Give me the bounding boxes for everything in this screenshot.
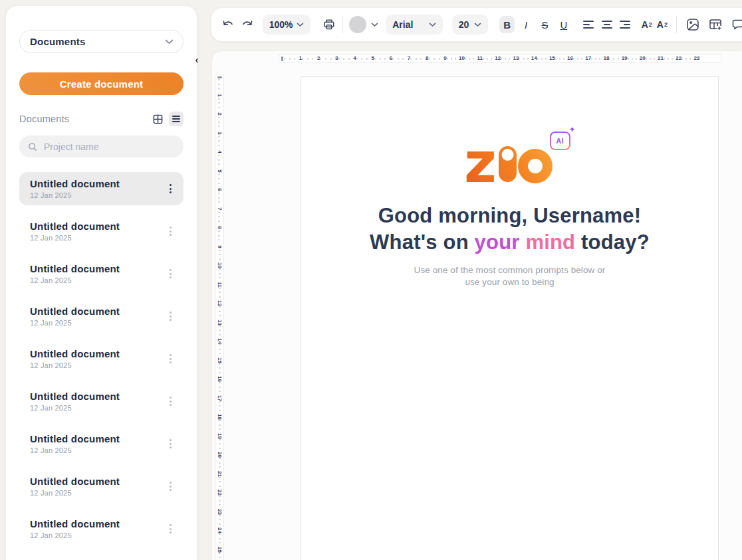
- redo-button[interactable]: [239, 16, 254, 33]
- document-menu-button[interactable]: [164, 520, 177, 537]
- document-date: 12 Jan 2025: [30, 319, 164, 327]
- align-center-icon: [602, 21, 612, 29]
- ruler-unit: 13: [217, 306, 223, 326]
- document-list-item[interactable]: Untitled document12 Jan 2025: [19, 215, 184, 248]
- document-list-item[interactable]: Untitled document12 Jan 2025: [19, 257, 184, 290]
- ruler-unit: 6: [374, 55, 392, 62]
- document-menu-button[interactable]: [164, 180, 177, 197]
- underline-button[interactable]: U: [556, 16, 571, 33]
- ruler-unit: 7: [218, 193, 221, 212]
- document-list-item[interactable]: Untitled document12 Jan 2025: [19, 512, 184, 545]
- undo-icon: [221, 18, 235, 32]
- ruler-unit: 5: [356, 55, 374, 62]
- ruler-number: 17: [217, 395, 223, 401]
- ruler-unit: 25: [217, 533, 223, 553]
- workspace-selector-dropdown[interactable]: Documents: [19, 30, 184, 53]
- ruler-number: 7: [216, 207, 222, 210]
- ruler-unit: 1: [284, 55, 302, 62]
- document-meta: Untitled document12 Jan 2025: [30, 391, 164, 412]
- ruler-number: 16: [217, 376, 223, 382]
- font-size-value: 20: [459, 19, 469, 30]
- grid-view-button[interactable]: [150, 112, 165, 126]
- bold-button[interactable]: B: [499, 16, 515, 33]
- ruler-unit: 2: [302, 55, 320, 62]
- ruler-unit: 17: [217, 382, 223, 401]
- text-color-button[interactable]: [349, 16, 378, 33]
- font-family-value: Arial: [392, 19, 413, 30]
- ruler-number: 23: [217, 509, 223, 515]
- ruler-number: 4: [216, 150, 222, 153]
- italic-button[interactable]: I: [518, 16, 533, 33]
- font-family-select[interactable]: Arial: [386, 15, 443, 35]
- search-input[interactable]: [44, 141, 176, 152]
- insert-table-button[interactable]: [707, 16, 723, 33]
- subscript-button[interactable]: A2: [657, 19, 668, 30]
- document-date: 12 Jan 2025: [30, 446, 164, 454]
- font-size-select[interactable]: 20: [452, 15, 488, 35]
- zoom-select[interactable]: 100%: [263, 15, 310, 35]
- create-document-button[interactable]: Create document: [19, 72, 184, 95]
- ruler-unit: 2: [218, 98, 221, 118]
- ruler-number: 10: [217, 262, 223, 268]
- vertical-ruler[interactable]: 1234567891011121314151617181920212223242…: [215, 74, 224, 560]
- greeting-line2: What's on your mind today?: [301, 229, 718, 256]
- superscript-button[interactable]: A2: [642, 19, 652, 30]
- list-view-button[interactable]: [169, 112, 184, 126]
- ruler-number: 15: [549, 55, 555, 62]
- document-menu-button[interactable]: [164, 478, 177, 495]
- align-center-button[interactable]: [599, 16, 614, 33]
- document-page[interactable]: z AI ✦ Good morning, Username! What's on…: [301, 76, 719, 560]
- ruler-unit: 9: [429, 55, 447, 62]
- ruler-unit: 10: [447, 55, 465, 62]
- sidebar: Documents Create document Documents Unti…: [5, 5, 197, 560]
- document-menu-button[interactable]: [164, 223, 177, 240]
- chevron-down-icon: [474, 23, 481, 27]
- document-list-item[interactable]: Untitled document12 Jan 2025: [19, 342, 184, 375]
- document-date: 12 Jan 2025: [30, 191, 164, 199]
- ruler-unit: 4: [338, 55, 356, 62]
- search-bar[interactable]: [19, 136, 184, 157]
- document-list-item[interactable]: Untitled document12 Jan 2025: [19, 300, 184, 333]
- align-left-button[interactable]: [581, 16, 596, 33]
- highlight-your: your: [475, 231, 526, 254]
- ruler-number: 3: [216, 132, 222, 134]
- document-list-item[interactable]: Untitled document12 Jan 2025: [19, 172, 184, 205]
- undo-button[interactable]: [221, 16, 236, 33]
- ruler-unit: 24: [217, 515, 223, 534]
- ruler-unit: 11: [465, 55, 483, 62]
- sidebar-collapse-button[interactable]: ‹: [191, 53, 202, 66]
- insert-image-button[interactable]: [685, 16, 700, 33]
- document-list-item[interactable]: Untitled document12 Jan 2025: [19, 427, 184, 460]
- document-list-item[interactable]: Untitled document12 Jan 2025: [19, 470, 184, 503]
- document-menu-button[interactable]: [164, 435, 177, 452]
- svg-text:z: z: [466, 141, 497, 185]
- horizontal-ruler[interactable]: 1234567891011121314151617181920212223: [279, 54, 721, 63]
- ruler-number: 5: [216, 169, 222, 172]
- ruler-unit: 17: [573, 55, 591, 62]
- ruler-unit: 15: [217, 344, 223, 363]
- color-swatch-icon: [349, 16, 366, 33]
- ruler-number: 12: [495, 55, 501, 62]
- document-title: Untitled document: [30, 433, 164, 444]
- comment-button[interactable]: [731, 16, 742, 33]
- ruler-unit: 8: [218, 212, 221, 231]
- ruler-number: 18: [603, 55, 609, 62]
- document-title: Untitled document: [30, 476, 164, 487]
- document-menu-button[interactable]: [164, 350, 177, 367]
- ruler-unit: 18: [217, 401, 223, 420]
- strikethrough-button[interactable]: S: [537, 16, 553, 33]
- ruler-number: 13: [217, 320, 223, 326]
- document-menu-button[interactable]: [164, 393, 177, 410]
- zoom-value: 100%: [269, 19, 293, 30]
- document-date: 12 Jan 2025: [30, 361, 164, 369]
- ruler-origin-mark: [281, 56, 283, 61]
- document-menu-button[interactable]: [164, 308, 177, 325]
- document-list-item[interactable]: Untitled document12 Jan 2025: [19, 385, 184, 418]
- ruler-unit: 3: [218, 117, 221, 136]
- document-title: Untitled document: [30, 391, 164, 402]
- print-button[interactable]: [321, 16, 336, 33]
- document-date: 12 Jan 2025: [30, 234, 164, 242]
- align-right-button[interactable]: [617, 16, 632, 33]
- document-menu-button[interactable]: [164, 265, 177, 282]
- ruler-unit: 13: [501, 55, 519, 62]
